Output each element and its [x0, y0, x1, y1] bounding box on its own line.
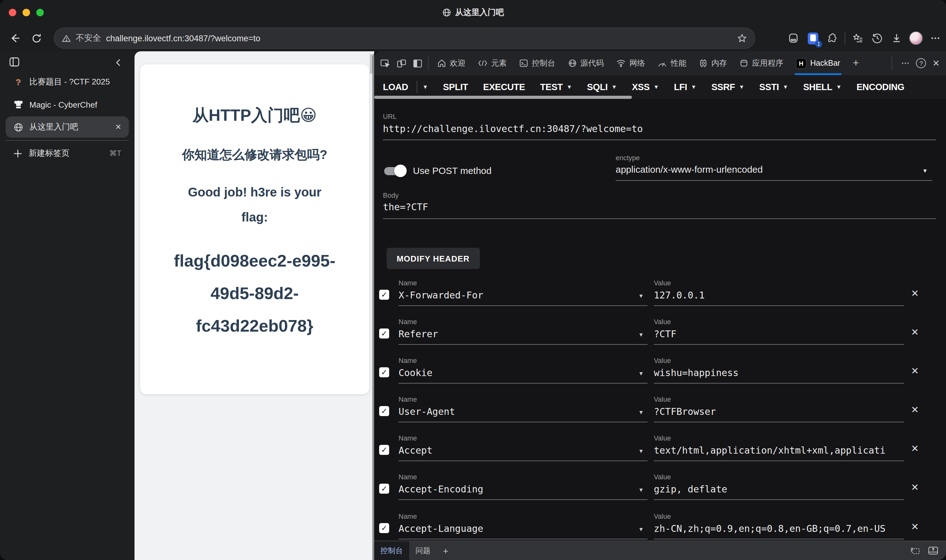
sidebar-tab-ctf2025[interactable]: ? 比赛题目 - ?CTF 2025 — [6, 71, 129, 92]
remove-header-icon[interactable]: ✕ — [911, 521, 919, 532]
modify-header-button[interactable]: MODIFY HEADER — [387, 248, 480, 269]
devtools-tab-elements[interactable]: 元素 — [472, 51, 513, 75]
drawer-add-tab-icon[interactable]: + — [437, 545, 455, 556]
menu-lfi[interactable]: LFI▼ — [674, 82, 696, 92]
name-dropdown-icon[interactable]: ▼ — [638, 526, 644, 532]
remove-header-icon[interactable]: ✕ — [911, 327, 919, 338]
url-field-input[interactable]: http://challenge.ilovectf.cn:30487/?welc… — [383, 123, 936, 140]
header-row: ✓ Name User-Agent ▼ Value ?CTFBrowser ✕ — [374, 395, 946, 427]
horizontal-scrollbar-thumb[interactable] — [374, 96, 632, 99]
header-value-input[interactable]: gzip, deflate — [654, 484, 904, 500]
device-toolbar-icon[interactable] — [393, 55, 409, 71]
collapse-sidebar-icon[interactable] — [114, 58, 122, 67]
menu-execute[interactable]: EXECUTE — [483, 82, 525, 92]
header-name-input[interactable]: Cookie — [398, 367, 648, 383]
name-dropdown-icon[interactable]: ▼ — [638, 487, 644, 493]
header-name-input[interactable]: Referer — [398, 329, 648, 345]
header-checkbox[interactable]: ✓ — [379, 329, 389, 338]
header-value-input[interactable]: 127.0.0.1 — [654, 290, 904, 306]
menu-test[interactable]: TEST▼ — [540, 82, 572, 92]
devtools-close-icon[interactable]: ✕ — [932, 58, 940, 68]
extensions-puzzle-icon[interactable] — [825, 31, 839, 45]
chevron-down-icon[interactable]: ▼ — [423, 84, 428, 90]
header-checkbox[interactable]: ✓ — [379, 290, 389, 300]
bookmark-star-icon[interactable] — [737, 33, 747, 43]
name-dropdown-icon[interactable]: ▼ — [638, 448, 644, 454]
devtools-tab-network[interactable]: 网络 — [610, 51, 651, 75]
menu-split[interactable]: SPLIT — [443, 82, 468, 92]
history-icon[interactable] — [870, 31, 884, 45]
header-checkbox[interactable]: ✓ — [379, 406, 389, 416]
remove-header-icon[interactable]: ✕ — [911, 482, 919, 493]
header-checkbox[interactable]: ✓ — [379, 484, 389, 494]
devtools-tab-sources[interactable]: 源代码 — [561, 51, 610, 75]
menu-encoding[interactable]: ENCODING — [857, 82, 904, 92]
header-checkbox[interactable]: ✓ — [379, 523, 389, 533]
header-name-input[interactable]: Accept — [398, 445, 648, 461]
devtools-more-menu-icon[interactable] — [901, 59, 910, 68]
devtools-tab-application[interactable]: 应用程序 — [733, 51, 789, 75]
header-checkbox[interactable]: ✓ — [379, 445, 389, 455]
inspect-element-icon[interactable] — [377, 55, 393, 71]
sidebar-tab-cyberchef[interactable]: Magic - CyberChef — [6, 94, 129, 115]
header-name-input[interactable]: User-Agent — [398, 406, 648, 422]
extension-with-badge-icon[interactable]: 1 — [806, 31, 820, 45]
new-tab-button[interactable]: 新建标签页 ⌘T — [6, 143, 129, 164]
page-scrollbar-thumb[interactable] — [370, 54, 373, 74]
name-label: Name — [398, 512, 648, 520]
header-checkbox[interactable]: ✓ — [379, 367, 389, 377]
rotate-device-icon[interactable] — [909, 546, 920, 555]
tab-actions-icon[interactable] — [9, 56, 20, 68]
security-status-label[interactable]: 不安全 — [76, 32, 101, 44]
dock-side-icon[interactable] — [409, 55, 425, 71]
devtools-tab-welcome[interactable]: 欢迎 — [431, 51, 472, 75]
name-dropdown-icon[interactable]: ▼ — [638, 371, 644, 377]
menu-load[interactable]: LOAD ▼ — [383, 81, 428, 93]
enctype-select[interactable]: application/x-www-form-urlencoded — [616, 164, 932, 181]
menu-sqli[interactable]: SQLI▼ — [587, 82, 617, 92]
hackbar-icon: H — [796, 58, 806, 69]
header-value-input[interactable]: wishu=happiness — [654, 367, 904, 383]
menu-ssti[interactable]: SSTI▼ — [759, 82, 788, 92]
name-dropdown-icon[interactable]: ▼ — [638, 332, 644, 338]
drawer-tab-console[interactable]: 控制台 — [374, 541, 409, 560]
remove-header-icon[interactable]: ✕ — [911, 288, 919, 299]
settings-menu-icon[interactable] — [929, 31, 942, 45]
remove-header-icon[interactable]: ✕ — [911, 365, 919, 377]
drawer-tab-issues[interactable]: 问题 — [409, 541, 437, 560]
post-method-toggle[interactable] — [383, 164, 407, 178]
profile-avatar[interactable] — [909, 31, 923, 45]
header-value-input[interactable]: text/html,application/xhtml+xml,applicat… — [654, 445, 904, 461]
favorites-icon[interactable] — [851, 31, 864, 45]
enctype-dropdown-icon[interactable]: ▼ — [922, 168, 928, 174]
url-text[interactable]: challenge.ilovectf.cn:30487/?welcome=to — [106, 34, 732, 43]
address-bar[interactable]: 不安全 challenge.ilovectf.cn:30487/?welcome… — [54, 28, 755, 49]
header-value-input[interactable]: ?CTF — [654, 329, 904, 345]
header-value-input[interactable]: ?CTFBrowser — [654, 406, 904, 422]
devtools-help-icon[interactable]: ? — [916, 58, 926, 68]
header-name-input[interactable]: Accept-Language — [398, 523, 648, 539]
name-dropdown-icon[interactable]: ▼ — [638, 293, 644, 299]
body-field-input[interactable]: the=?CTF — [383, 202, 936, 219]
expand-drawer-icon[interactable] — [928, 546, 938, 555]
back-button[interactable] — [8, 31, 23, 46]
header-name-input[interactable]: Accept-Encoding — [398, 484, 648, 500]
browser-essentials-icon[interactable] — [786, 31, 800, 45]
remove-header-icon[interactable]: ✕ — [911, 443, 919, 454]
devtools-tab-performance[interactable]: 性能 — [651, 51, 692, 75]
header-name-input[interactable]: X-Forwarded-For — [398, 290, 648, 306]
reload-button[interactable] — [29, 31, 44, 46]
name-dropdown-icon[interactable]: ▼ — [638, 409, 644, 415]
more-tabs-button[interactable]: + — [846, 51, 865, 75]
menu-shell[interactable]: SHELL▼ — [803, 82, 841, 92]
downloads-icon[interactable] — [890, 31, 903, 45]
devtools-tab-memory[interactable]: 内存 — [692, 51, 733, 75]
devtools-tab-console[interactable]: 控制台 — [513, 51, 561, 75]
menu-xss[interactable]: XSS▼ — [632, 82, 659, 92]
menu-ssrf[interactable]: SSRF▼ — [711, 82, 744, 92]
devtools-tab-hackbar[interactable]: H HackBar — [789, 51, 846, 75]
remove-header-icon[interactable]: ✕ — [911, 404, 919, 415]
header-value-input[interactable]: zh-CN,zh;q=0.9,en;q=0.8,en-GB;q=0.7,en-U… — [654, 523, 904, 539]
close-tab-icon[interactable]: ✕ — [115, 123, 122, 131]
sidebar-tab-active[interactable]: 从这里入门吧 ✕ — [6, 116, 129, 138]
